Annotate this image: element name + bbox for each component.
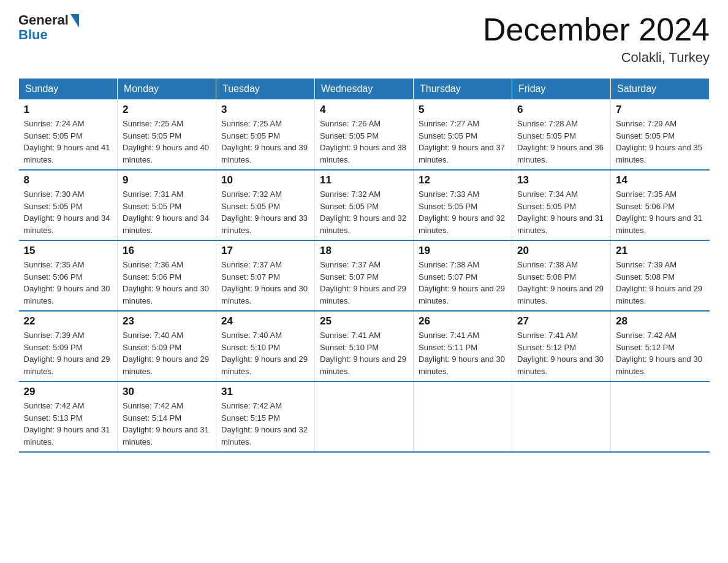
day-number: 29 bbox=[24, 386, 113, 398]
day-info: Sunrise: 7:40 AMSunset: 5:10 PMDaylight:… bbox=[221, 331, 308, 376]
day-number: 2 bbox=[123, 104, 211, 116]
calendar-cell: 13 Sunrise: 7:34 AMSunset: 5:05 PMDaylig… bbox=[512, 170, 611, 240]
day-number: 19 bbox=[419, 245, 507, 257]
calendar-cell: 7 Sunrise: 7:29 AMSunset: 5:05 PMDayligh… bbox=[611, 100, 710, 170]
calendar-cell: 3 Sunrise: 7:25 AMSunset: 5:05 PMDayligh… bbox=[216, 100, 315, 170]
calendar-cell: 4 Sunrise: 7:26 AMSunset: 5:05 PMDayligh… bbox=[315, 100, 414, 170]
day-info: Sunrise: 7:25 AMSunset: 5:05 PMDaylight:… bbox=[221, 119, 308, 164]
calendar-cell: 9 Sunrise: 7:31 AMSunset: 5:05 PMDayligh… bbox=[118, 170, 216, 240]
day-number: 11 bbox=[320, 174, 408, 186]
calendar-cell bbox=[414, 381, 512, 452]
day-info: Sunrise: 7:42 AMSunset: 5:12 PMDaylight:… bbox=[616, 331, 702, 376]
calendar-cell: 22 Sunrise: 7:39 AMSunset: 5:09 PMDaylig… bbox=[19, 311, 118, 381]
calendar-cell: 26 Sunrise: 7:41 AMSunset: 5:11 PMDaylig… bbox=[414, 311, 512, 381]
calendar-body: 1 Sunrise: 7:24 AMSunset: 5:05 PMDayligh… bbox=[19, 100, 710, 453]
calendar-table: SundayMondayTuesdayWednesdayThursdayFrid… bbox=[18, 78, 710, 453]
calendar-week-row: 29 Sunrise: 7:42 AMSunset: 5:13 PMDaylig… bbox=[19, 381, 710, 452]
day-info: Sunrise: 7:32 AMSunset: 5:05 PMDaylight:… bbox=[320, 190, 406, 235]
day-info: Sunrise: 7:35 AMSunset: 5:06 PMDaylight:… bbox=[616, 190, 702, 235]
column-header-monday: Monday bbox=[118, 79, 216, 100]
calendar-cell: 31 Sunrise: 7:42 AMSunset: 5:15 PMDaylig… bbox=[216, 381, 315, 452]
month-year-title: December 2024 bbox=[483, 12, 710, 47]
day-number: 5 bbox=[419, 104, 507, 116]
day-info: Sunrise: 7:30 AMSunset: 5:05 PMDaylight:… bbox=[24, 190, 110, 235]
calendar-cell: 27 Sunrise: 7:41 AMSunset: 5:12 PMDaylig… bbox=[512, 311, 611, 381]
day-number: 21 bbox=[616, 245, 705, 257]
calendar-week-row: 15 Sunrise: 7:35 AMSunset: 5:06 PMDaylig… bbox=[19, 240, 710, 311]
calendar-cell: 20 Sunrise: 7:38 AMSunset: 5:08 PMDaylig… bbox=[512, 240, 611, 311]
day-info: Sunrise: 7:25 AMSunset: 5:05 PMDaylight:… bbox=[123, 119, 209, 164]
day-number: 23 bbox=[123, 315, 211, 327]
day-info: Sunrise: 7:38 AMSunset: 5:07 PMDaylight:… bbox=[419, 260, 505, 305]
calendar-cell: 29 Sunrise: 7:42 AMSunset: 5:13 PMDaylig… bbox=[19, 381, 118, 452]
calendar-week-row: 8 Sunrise: 7:30 AMSunset: 5:05 PMDayligh… bbox=[19, 170, 710, 240]
day-number: 3 bbox=[221, 104, 309, 116]
day-info: Sunrise: 7:29 AMSunset: 5:05 PMDaylight:… bbox=[616, 119, 702, 164]
day-number: 18 bbox=[320, 245, 408, 257]
day-info: Sunrise: 7:41 AMSunset: 5:11 PMDaylight:… bbox=[419, 331, 505, 376]
day-info: Sunrise: 7:39 AMSunset: 5:09 PMDaylight:… bbox=[24, 331, 110, 376]
calendar-cell: 2 Sunrise: 7:25 AMSunset: 5:05 PMDayligh… bbox=[118, 100, 216, 170]
day-info: Sunrise: 7:24 AMSunset: 5:05 PMDaylight:… bbox=[24, 119, 110, 164]
day-number: 25 bbox=[320, 315, 408, 327]
day-number: 27 bbox=[517, 315, 605, 327]
calendar-cell: 14 Sunrise: 7:35 AMSunset: 5:06 PMDaylig… bbox=[611, 170, 710, 240]
logo-blue-text: Blue bbox=[18, 27, 48, 43]
day-info: Sunrise: 7:39 AMSunset: 5:08 PMDaylight:… bbox=[616, 260, 702, 305]
page-header: General Blue December 2024 Colakli, Turk… bbox=[18, 12, 710, 66]
day-info: Sunrise: 7:28 AMSunset: 5:05 PMDaylight:… bbox=[517, 119, 604, 164]
day-info: Sunrise: 7:36 AMSunset: 5:06 PMDaylight:… bbox=[123, 260, 209, 305]
column-header-thursday: Thursday bbox=[414, 79, 512, 100]
calendar-cell: 11 Sunrise: 7:32 AMSunset: 5:05 PMDaylig… bbox=[315, 170, 414, 240]
column-header-tuesday: Tuesday bbox=[216, 79, 315, 100]
calendar-week-row: 1 Sunrise: 7:24 AMSunset: 5:05 PMDayligh… bbox=[19, 100, 710, 170]
location-subtitle: Colakli, Turkey bbox=[483, 50, 710, 66]
calendar-cell: 6 Sunrise: 7:28 AMSunset: 5:05 PMDayligh… bbox=[512, 100, 611, 170]
title-block: December 2024 Colakli, Turkey bbox=[483, 12, 710, 66]
day-number: 10 bbox=[221, 174, 309, 186]
day-number: 13 bbox=[517, 174, 605, 186]
day-number: 26 bbox=[419, 315, 507, 327]
day-info: Sunrise: 7:31 AMSunset: 5:05 PMDaylight:… bbox=[123, 190, 209, 235]
day-info: Sunrise: 7:34 AMSunset: 5:05 PMDaylight:… bbox=[517, 190, 604, 235]
calendar-cell: 21 Sunrise: 7:39 AMSunset: 5:08 PMDaylig… bbox=[611, 240, 710, 311]
day-number: 15 bbox=[24, 245, 113, 257]
calendar-header-row: SundayMondayTuesdayWednesdayThursdayFrid… bbox=[19, 79, 710, 100]
day-number: 16 bbox=[123, 245, 211, 257]
calendar-cell: 16 Sunrise: 7:36 AMSunset: 5:06 PMDaylig… bbox=[118, 240, 216, 311]
day-info: Sunrise: 7:32 AMSunset: 5:05 PMDaylight:… bbox=[221, 190, 308, 235]
day-info: Sunrise: 7:35 AMSunset: 5:06 PMDaylight:… bbox=[24, 260, 110, 305]
day-number: 24 bbox=[221, 315, 309, 327]
day-number: 17 bbox=[221, 245, 309, 257]
day-number: 14 bbox=[616, 174, 705, 186]
calendar-cell bbox=[512, 381, 611, 452]
day-number: 31 bbox=[221, 386, 309, 398]
day-info: Sunrise: 7:37 AMSunset: 5:07 PMDaylight:… bbox=[320, 260, 406, 305]
calendar-cell: 24 Sunrise: 7:40 AMSunset: 5:10 PMDaylig… bbox=[216, 311, 315, 381]
calendar-cell: 15 Sunrise: 7:35 AMSunset: 5:06 PMDaylig… bbox=[19, 240, 118, 311]
day-number: 22 bbox=[24, 315, 113, 327]
day-number: 8 bbox=[24, 174, 113, 186]
column-header-sunday: Sunday bbox=[19, 79, 118, 100]
day-number: 1 bbox=[24, 104, 113, 116]
calendar-cell: 17 Sunrise: 7:37 AMSunset: 5:07 PMDaylig… bbox=[216, 240, 315, 311]
day-number: 9 bbox=[123, 174, 211, 186]
day-info: Sunrise: 7:42 AMSunset: 5:13 PMDaylight:… bbox=[24, 401, 110, 446]
calendar-cell: 19 Sunrise: 7:38 AMSunset: 5:07 PMDaylig… bbox=[414, 240, 512, 311]
calendar-cell: 28 Sunrise: 7:42 AMSunset: 5:12 PMDaylig… bbox=[611, 311, 710, 381]
day-info: Sunrise: 7:37 AMSunset: 5:07 PMDaylight:… bbox=[221, 260, 308, 305]
logo-triangle-icon bbox=[70, 14, 79, 28]
day-number: 12 bbox=[419, 174, 507, 186]
calendar-cell: 1 Sunrise: 7:24 AMSunset: 5:05 PMDayligh… bbox=[19, 100, 118, 170]
day-info: Sunrise: 7:26 AMSunset: 5:05 PMDaylight:… bbox=[320, 119, 406, 164]
day-info: Sunrise: 7:40 AMSunset: 5:09 PMDaylight:… bbox=[123, 331, 209, 376]
day-info: Sunrise: 7:42 AMSunset: 5:14 PMDaylight:… bbox=[123, 401, 209, 446]
day-info: Sunrise: 7:41 AMSunset: 5:12 PMDaylight:… bbox=[517, 331, 604, 376]
calendar-cell: 30 Sunrise: 7:42 AMSunset: 5:14 PMDaylig… bbox=[118, 381, 216, 452]
calendar-cell: 25 Sunrise: 7:41 AMSunset: 5:10 PMDaylig… bbox=[315, 311, 414, 381]
day-info: Sunrise: 7:33 AMSunset: 5:05 PMDaylight:… bbox=[419, 190, 505, 235]
column-header-wednesday: Wednesday bbox=[315, 79, 414, 100]
day-number: 30 bbox=[123, 386, 211, 398]
day-number: 28 bbox=[616, 315, 705, 327]
calendar-cell: 18 Sunrise: 7:37 AMSunset: 5:07 PMDaylig… bbox=[315, 240, 414, 311]
